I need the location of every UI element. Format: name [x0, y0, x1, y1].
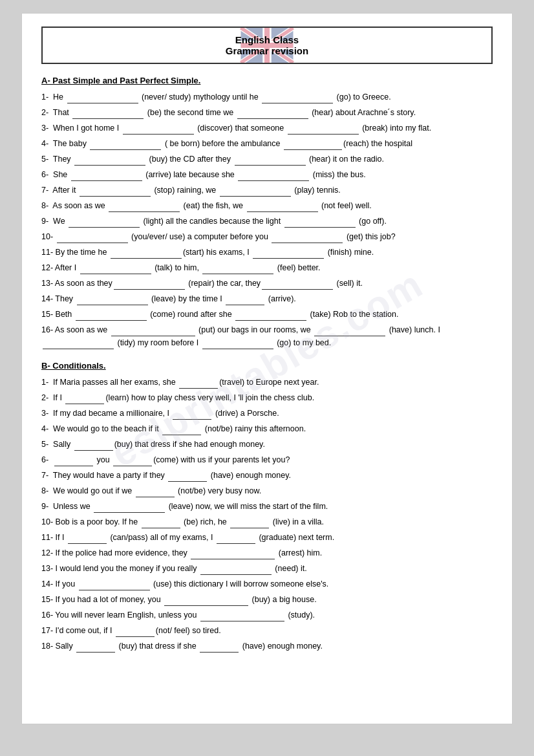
- blank: [284, 141, 342, 150]
- blank: [220, 188, 291, 197]
- blank: [272, 234, 343, 243]
- list-item: 4- The baby ( be born) before the ambula…: [41, 137, 493, 150]
- header: English Class Grammar revision: [41, 27, 493, 64]
- blank: [200, 612, 284, 621]
- blank: [67, 94, 138, 103]
- list-item: 17- I'd come out, if I (not/ feel) so ti…: [41, 624, 493, 637]
- blank: [262, 281, 333, 290]
- section-a-title: A- Past Simple and Past Perfect Simple.: [41, 76, 493, 85]
- blank: [142, 519, 180, 528]
- list-item: 16- You will never learn English, unless…: [41, 609, 493, 621]
- blank: [80, 265, 151, 274]
- blank: [173, 411, 211, 420]
- list-item: 12- If the police had more evidence, the…: [41, 546, 493, 559]
- blank: [262, 94, 333, 103]
- list-item: 7- After it (stop) raining, we (play) te…: [41, 184, 493, 197]
- list-item: 18- Sally (buy) that dress if she (have)…: [41, 640, 493, 653]
- blank: [74, 442, 113, 451]
- list-item: 14- If you (use) this dictionary I will …: [41, 578, 493, 590]
- list-item: 10- (you/ever/ use) a computer before yo…: [41, 230, 493, 243]
- section-b-list: 1- If Maria passes all her exams, she (t…: [41, 376, 493, 653]
- list-item: 11- If I (can/pass) all of my exams, I (…: [41, 531, 493, 544]
- blank: [230, 519, 269, 528]
- list-item: 9- Unless we (leave) now, we will miss t…: [41, 500, 493, 513]
- blank: [217, 535, 255, 544]
- section-b-title: B- Conditionals.: [41, 361, 493, 371]
- blank: [109, 203, 180, 212]
- blank: [191, 550, 275, 559]
- list-item: 2- That (be) the second time we (hear) a…: [41, 106, 493, 119]
- blank: [76, 643, 115, 653]
- blank: [238, 172, 309, 181]
- blank: [79, 581, 150, 590]
- list-item: 11- By the time he (start) his exams, I …: [41, 246, 493, 259]
- blank: [74, 157, 145, 166]
- blank: [68, 535, 107, 544]
- header-title: English Class: [56, 34, 478, 45]
- blank: [94, 504, 165, 513]
- header-subtitle: Grammar revision: [56, 45, 478, 56]
- blank: [77, 296, 148, 305]
- blank: [179, 380, 218, 389]
- section-a-list: 1- He (never/ study) mythology until he …: [41, 91, 493, 349]
- list-item: 15- Beth (come) round after she (take) R…: [41, 308, 493, 321]
- blank: [136, 488, 175, 497]
- blank: [253, 250, 324, 259]
- section-b: B- Conditionals. 1- If Maria passes all …: [41, 361, 493, 653]
- list-item: 14- They (leave) by the time I (arrive).: [41, 292, 493, 305]
- list-item: 8- As soon as we (eat) the fish, we (not…: [41, 199, 493, 212]
- blank: [314, 327, 385, 336]
- blank: [113, 457, 152, 466]
- list-item: 13- I would lend you the money if you re…: [41, 562, 493, 575]
- blank: [65, 395, 104, 404]
- blank: [114, 281, 185, 290]
- list-item: 12- After I (talk) to him, (feel) better…: [41, 261, 493, 274]
- blank: [57, 234, 128, 243]
- section-a: A- Past Simple and Past Perfect Simple. …: [41, 76, 493, 349]
- list-item: 6- She (arrive) late because she (miss) …: [41, 168, 493, 181]
- list-item: 9- We (light) all the candles because th…: [41, 215, 493, 228]
- list-item: 6- you (come) with us if your parents le…: [41, 453, 493, 466]
- blank: [202, 340, 273, 349]
- list-item: 10- Bob is a poor boy. If he (be) rich, …: [41, 515, 493, 528]
- worksheet-page: eslprintables.com English Class Grammar …: [21, 13, 513, 724]
- blank: [200, 566, 272, 575]
- list-item: 8- We would go out if we (not/be) very b…: [41, 484, 493, 497]
- list-item: 1- He (never/ study) mythology until he …: [41, 91, 493, 103]
- blank: [237, 110, 308, 119]
- list-item: 3- When I got home I (discover) that som…: [41, 122, 493, 135]
- blank: [90, 141, 161, 150]
- list-item: 1- If Maria passes all her exams, she (t…: [41, 376, 493, 389]
- blank: [111, 327, 195, 336]
- blank: [200, 643, 239, 653]
- blank: [168, 473, 207, 482]
- list-item: 7- They would have a party if they (have…: [41, 469, 493, 482]
- blank: [111, 250, 182, 259]
- blank: [76, 312, 147, 321]
- blank: [116, 628, 155, 637]
- list-item: 3- If my dad became a millionaire, I (dr…: [41, 407, 493, 420]
- blank: [288, 125, 359, 135]
- list-item: 16- As soon as we (put) our bags in our …: [41, 323, 493, 349]
- list-item: 13- As soon as they (repair) the car, th…: [41, 277, 493, 290]
- list-item: 15- If you had a lot of money, you (buy)…: [41, 593, 493, 606]
- blank: [164, 597, 248, 606]
- blank: [284, 219, 356, 228]
- list-item: 4- We would go to the beach if it (not/b…: [41, 422, 493, 435]
- list-item: 5- Sally (buy) that dress if she had eno…: [41, 438, 493, 451]
- blank: [43, 340, 114, 349]
- blank: [72, 110, 144, 119]
- blank: [162, 426, 201, 435]
- blank: [80, 188, 151, 197]
- list-item: 2- If I (learn) how to play chess very w…: [41, 391, 493, 404]
- blank: [69, 219, 140, 228]
- blank: [54, 457, 93, 466]
- blank: [235, 312, 306, 321]
- blank: [202, 265, 273, 274]
- blank: [247, 203, 318, 212]
- blank: [123, 125, 194, 135]
- blank: [71, 172, 142, 181]
- list-item: 5- They (buy) the CD after they (hear) i…: [41, 153, 493, 166]
- blank: [235, 157, 306, 166]
- blank: [226, 296, 264, 305]
